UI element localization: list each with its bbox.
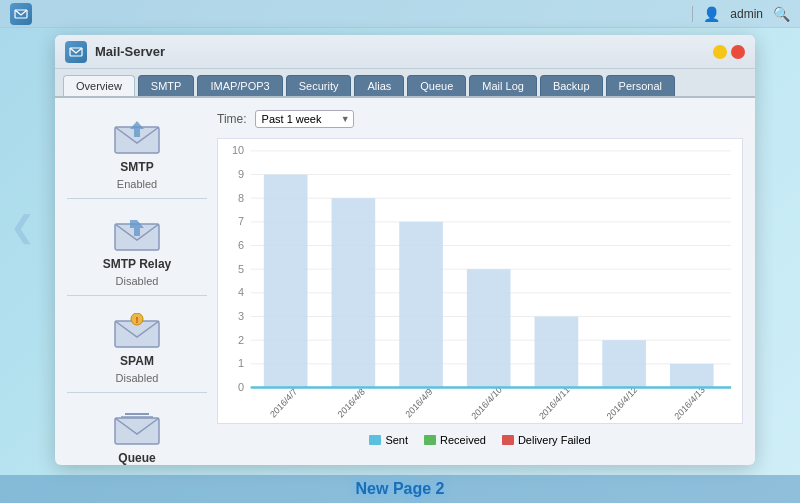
tab-security[interactable]: Security bbox=[286, 75, 352, 96]
time-label: Time: bbox=[217, 112, 247, 126]
failed-legend-label: Delivery Failed bbox=[518, 434, 591, 446]
tab-overview[interactable]: Overview bbox=[63, 75, 135, 96]
svg-rect-47 bbox=[670, 364, 714, 388]
tab-bar: OverviewSMTPIMAP/POP3SecurityAliasQueueM… bbox=[55, 69, 755, 98]
received-legend-label: Received bbox=[440, 434, 486, 446]
legend-failed: Delivery Failed bbox=[502, 434, 591, 446]
tab-mail-log[interactable]: Mail Log bbox=[469, 75, 537, 96]
queue-status-item: Queue 0 bbox=[67, 401, 207, 465]
smtp-relay-status-item: SMTP Relay Disabled bbox=[67, 207, 207, 296]
window-title: Mail-Server bbox=[95, 44, 705, 59]
queue-icon bbox=[112, 409, 162, 447]
top-bar-left bbox=[10, 3, 684, 25]
svg-text:0: 0 bbox=[238, 381, 244, 393]
spam-icon: ! bbox=[112, 312, 162, 350]
time-select[interactable]: Past 1 week Past 1 month Past 3 months bbox=[255, 110, 354, 128]
chart-legend: Sent Received Delivery Failed bbox=[217, 434, 743, 446]
smtp-relay-value: Disabled bbox=[116, 275, 159, 287]
left-panel: SMTP Enabled SMTP Relay Disabled bbox=[67, 110, 207, 446]
spam-value: Disabled bbox=[116, 372, 159, 384]
time-select-wrapper[interactable]: Past 1 week Past 1 month Past 3 months bbox=[255, 110, 354, 128]
left-arrow-decoration: ❮ bbox=[10, 209, 35, 244]
queue-label: Queue bbox=[118, 451, 155, 465]
svg-text:3: 3 bbox=[238, 310, 244, 322]
svg-rect-39 bbox=[399, 222, 443, 388]
svg-rect-35 bbox=[264, 175, 308, 388]
tab-backup[interactable]: Backup bbox=[540, 75, 603, 96]
window-controls bbox=[713, 45, 745, 59]
separator bbox=[692, 6, 693, 22]
svg-rect-45 bbox=[602, 340, 646, 387]
bottom-bar: New Page 2 bbox=[0, 475, 800, 503]
top-bar-right: 👤 admin 🔍 bbox=[692, 6, 790, 22]
chart-container: 10 9 8 7 6 5 4 3 2 bbox=[217, 138, 743, 424]
svg-text:!: ! bbox=[136, 315, 139, 325]
right-panel: Time: Past 1 week Past 1 month Past 3 mo… bbox=[217, 110, 743, 446]
smtp-label: SMTP bbox=[120, 160, 153, 174]
admin-label: admin bbox=[730, 7, 763, 21]
svg-text:1: 1 bbox=[238, 357, 244, 369]
svg-text:7: 7 bbox=[238, 215, 244, 227]
tab-queue[interactable]: Queue bbox=[407, 75, 466, 96]
failed-color-dot bbox=[502, 435, 514, 445]
time-selector: Time: Past 1 week Past 1 month Past 3 mo… bbox=[217, 110, 743, 128]
window-app-icon bbox=[65, 41, 87, 63]
top-bar: 👤 admin 🔍 bbox=[0, 0, 800, 28]
legend-received: Received bbox=[424, 434, 486, 446]
svg-text:5: 5 bbox=[238, 262, 244, 274]
svg-text:4: 4 bbox=[238, 286, 244, 298]
sent-color-dot bbox=[369, 435, 381, 445]
search-icon-top[interactable]: 🔍 bbox=[773, 6, 790, 22]
smtp-status-item: SMTP Enabled bbox=[67, 110, 207, 199]
svg-rect-41 bbox=[467, 269, 511, 387]
svg-text:10: 10 bbox=[232, 144, 244, 156]
tab-alias[interactable]: Alias bbox=[354, 75, 404, 96]
user-icon: 👤 bbox=[703, 6, 720, 22]
app-icon bbox=[10, 3, 32, 25]
svg-text:2: 2 bbox=[238, 333, 244, 345]
received-color-dot bbox=[424, 435, 436, 445]
close-button[interactable] bbox=[731, 45, 745, 59]
tab-smtp[interactable]: SMTP bbox=[138, 75, 195, 96]
svg-text:6: 6 bbox=[238, 239, 244, 251]
smtp-relay-icon bbox=[112, 215, 162, 253]
svg-rect-43 bbox=[535, 317, 579, 388]
smtp-value: Enabled bbox=[117, 178, 157, 190]
main-window: Mail-Server OverviewSMTPIMAP/POP3Securit… bbox=[55, 35, 755, 465]
smtp-icon bbox=[112, 118, 162, 156]
content-area: SMTP Enabled SMTP Relay Disabled bbox=[55, 98, 755, 458]
sent-legend-label: Sent bbox=[385, 434, 408, 446]
window-titlebar: Mail-Server bbox=[55, 35, 755, 69]
svg-text:9: 9 bbox=[238, 168, 244, 180]
spam-label: SPAM bbox=[120, 354, 154, 368]
smtp-relay-label: SMTP Relay bbox=[103, 257, 171, 271]
svg-rect-37 bbox=[332, 198, 376, 387]
spam-status-item: ! SPAM Disabled bbox=[67, 304, 207, 393]
tab-personal[interactable]: Personal bbox=[606, 75, 675, 96]
legend-sent: Sent bbox=[369, 434, 408, 446]
bottom-bar-title: New Page 2 bbox=[356, 480, 445, 498]
svg-text:8: 8 bbox=[238, 191, 244, 203]
minimize-button[interactable] bbox=[713, 45, 727, 59]
tab-imap-pop3[interactable]: IMAP/POP3 bbox=[197, 75, 282, 96]
